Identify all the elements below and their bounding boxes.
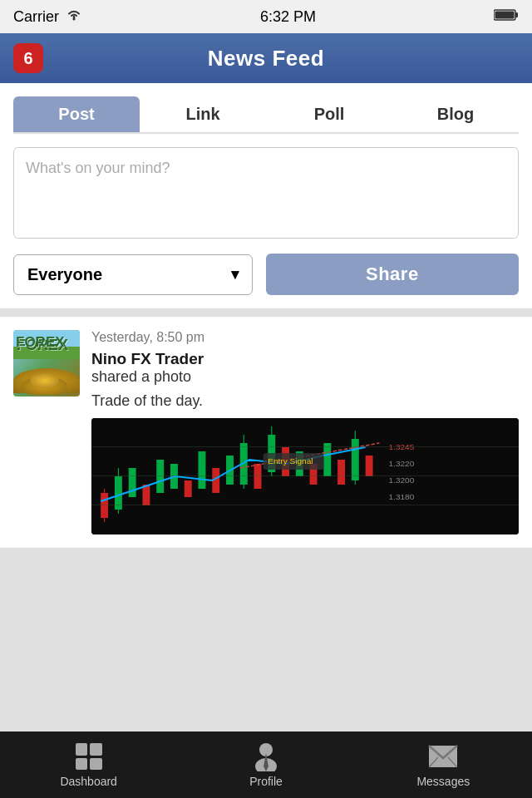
feed-content: Yesterday, 8:50 pm Nino FX Trader shared…	[91, 330, 519, 534]
nav-label-messages: Messages	[416, 775, 470, 788]
post-tabs: Post Link Poll Blog	[13, 96, 519, 134]
trading-chart: Entry Signal 1.3245 1.3220 1.3200 1.3180	[91, 418, 519, 534]
tab-post[interactable]: Post	[13, 96, 140, 132]
svg-text:1.3200: 1.3200	[389, 476, 415, 485]
chevron-down-icon: ▾	[231, 265, 239, 283]
header: 6 News Feed	[0, 33, 532, 83]
svg-rect-23	[337, 460, 345, 485]
feed-text: Trade of the day.	[91, 392, 519, 410]
post-input[interactable]	[13, 147, 519, 239]
svg-rect-9	[142, 485, 150, 505]
status-carrier: Carrier	[13, 8, 82, 26]
svg-rect-2	[515, 12, 518, 17]
share-button[interactable]: Share	[266, 254, 519, 295]
nav-label-profile: Profile	[249, 775, 283, 788]
nav-item-profile[interactable]: Profile	[177, 735, 354, 795]
messages-icon	[428, 741, 458, 771]
nav-label-dashboard: Dashboard	[60, 775, 117, 788]
audience-label: Everyone	[27, 265, 102, 284]
grid-line	[91, 446, 519, 447]
bottom-nav: Dashboard Profile Messages	[0, 732, 532, 798]
feed-item: FOREX FOREX Yesterday, 8:50 pm Nino FX T…	[0, 317, 532, 548]
notification-badge[interactable]: 6	[13, 43, 43, 73]
status-bar: Carrier 6:32 PM	[0, 0, 532, 33]
svg-rect-25	[366, 456, 373, 476]
tab-poll[interactable]: Poll	[266, 96, 392, 132]
grid-line	[91, 505, 519, 505]
feed-image[interactable]: Entry Signal 1.3245 1.3220 1.3200 1.3180	[91, 418, 519, 534]
post-box: Post Link Poll Blog Everyone ▾ Share	[0, 83, 532, 308]
tab-link[interactable]: Link	[140, 96, 266, 132]
battery-icon	[494, 8, 519, 26]
audience-selector[interactable]: Everyone ▾	[13, 254, 253, 295]
svg-rect-12	[185, 480, 192, 497]
svg-rect-8	[129, 468, 136, 497]
feed-author: Nino FX Trader	[91, 350, 519, 368]
chart-svg: Entry Signal 1.3245 1.3220 1.3200 1.3180	[91, 418, 519, 534]
svg-rect-22	[323, 443, 331, 476]
main-content: Post Link Poll Blog Everyone ▾ Share F	[0, 83, 532, 732]
tab-blog[interactable]: Blog	[392, 96, 519, 132]
feed-action: shared a photo	[91, 368, 519, 386]
svg-rect-3	[495, 11, 515, 18]
nav-item-dashboard[interactable]: Dashboard	[0, 735, 177, 795]
svg-point-0	[73, 17, 76, 20]
dashboard-icon	[74, 741, 104, 771]
badge-count: 6	[23, 49, 32, 68]
svg-text:1.3180: 1.3180	[389, 493, 415, 501]
profile-icon	[251, 741, 281, 771]
status-time: 6:32 PM	[260, 8, 316, 26]
carrier-label: Carrier	[13, 8, 59, 26]
avatar: FOREX FOREX	[13, 330, 80, 397]
svg-text:Entry Signal: Entry Signal	[268, 457, 313, 466]
wifi-icon	[66, 8, 82, 26]
feed-timestamp: Yesterday, 8:50 pm	[91, 330, 519, 345]
svg-rect-10	[156, 460, 164, 493]
svg-rect-17	[254, 464, 262, 489]
page-title: News Feed	[208, 46, 324, 71]
grid-line	[91, 475, 519, 476]
nav-item-messages[interactable]: Messages	[355, 735, 532, 795]
post-actions: Everyone ▾ Share	[13, 254, 519, 295]
status-right	[494, 8, 519, 26]
svg-text:1.3220: 1.3220	[389, 460, 415, 468]
svg-rect-13	[199, 451, 206, 489]
